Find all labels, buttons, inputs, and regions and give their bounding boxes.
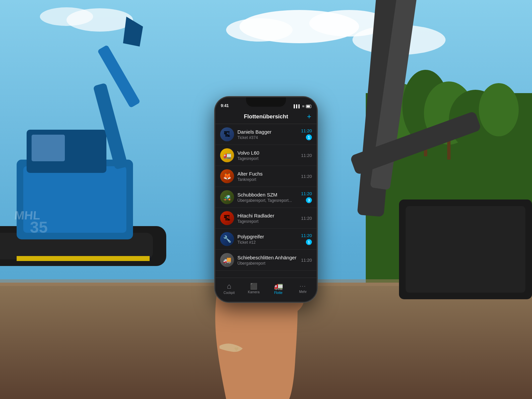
tab-mehr[interactable]: ··· Mehr xyxy=(291,284,315,294)
svg-point-12 xyxy=(479,83,519,136)
fleet-name: Volvo L60 xyxy=(237,150,298,156)
fleet-info: Schubboden SZM Übergabereport, Tagesrepo… xyxy=(237,192,298,203)
fleet-info: Polypgreifer Ticket #12 xyxy=(237,234,298,245)
fleet-report: Übergabereport, Tagesreport... xyxy=(237,198,298,203)
add-button[interactable]: + xyxy=(307,113,311,120)
fleet-avatar: 🔧 xyxy=(220,232,234,246)
fleet-right: 11:20 1 xyxy=(301,233,312,245)
tab-flotte[interactable]: 🚛 Flotte xyxy=(266,283,291,295)
battery-icon xyxy=(306,105,311,108)
fleet-avatar: 🦊 xyxy=(220,169,234,183)
fleet-avatar: 🚛 xyxy=(220,148,234,162)
fleet-report: Ticket #12 xyxy=(237,240,298,245)
svg-point-3 xyxy=(226,18,293,42)
phone-notch xyxy=(246,97,286,107)
svg-rect-23 xyxy=(32,135,65,161)
fleet-time: 11:20 xyxy=(301,128,312,133)
fleet-name: Polypgreifer xyxy=(237,234,298,239)
svg-point-6 xyxy=(40,7,93,26)
tab-icon-flotte: 🚛 xyxy=(274,283,283,290)
phone-screen: 9:41 ▐▐▐ ≋ Flottenübersicht + 🏗 Daniels … xyxy=(215,97,317,302)
app-header: Flottenübersicht + xyxy=(215,109,317,124)
fleet-time: 11:20 xyxy=(301,233,312,238)
fleet-right: 11:20 xyxy=(301,153,312,158)
fleet-report: Ticket #374 xyxy=(237,135,298,140)
fleet-name: Daniels Bagger xyxy=(237,129,298,135)
fleet-avatar: 🚜 xyxy=(220,190,234,204)
fleet-info: Schiebeschlitten Anhänger Übergabereport xyxy=(237,255,298,266)
list-item[interactable]: 🚛 Volvo L60 Tagesreport 11:20 xyxy=(215,145,317,166)
notification-badge: 1 xyxy=(306,239,312,245)
fleet-avatar: 🏗 xyxy=(220,127,234,141)
notification-badge: 1 xyxy=(306,134,312,140)
fleet-report: Tagesreport xyxy=(237,156,298,161)
status-icons: ▐▐▐ ≋ xyxy=(293,104,311,108)
tab-bar: ⌂ Cockpit ⬛ Kamera 🚛 Flotte ··· Mehr xyxy=(215,278,317,302)
fleet-right: 11:20 xyxy=(301,174,312,179)
fleet-report: Tankreport xyxy=(237,177,298,182)
fleet-info: Daniels Bagger Ticket #374 xyxy=(237,129,298,140)
tab-kamera[interactable]: ⬛ Kamera xyxy=(241,283,266,294)
fleet-name: Schiebeschlitten Anhänger xyxy=(237,255,298,260)
list-item[interactable]: 🦊 Alter Fuchs Tankreport 11:20 xyxy=(215,166,317,187)
fleet-name: Hitachi Radlader xyxy=(237,213,298,218)
fleet-time: 11:20 xyxy=(301,174,312,179)
fleet-name: Alter Fuchs xyxy=(237,171,298,177)
fleet-time: 11:20 xyxy=(301,191,312,196)
notification-badge: 3 xyxy=(306,197,312,203)
tab-label-flotte: Flotte xyxy=(274,291,282,295)
list-item[interactable]: 🚜 Schubboden SZM Übergabereport, Tagesre… xyxy=(215,187,317,208)
tab-cockpit[interactable]: ⌂ Cockpit xyxy=(217,283,241,295)
svg-rect-36 xyxy=(406,206,525,293)
tab-label-mehr: Mehr xyxy=(299,290,307,294)
list-item[interactable]: 🏗 Daniels Bagger Ticket #374 11:20 1 xyxy=(215,124,317,145)
phone-device: 9:41 ▐▐▐ ≋ Flottenübersicht + 🏗 Daniels … xyxy=(214,96,318,303)
status-time: 9:41 xyxy=(221,103,229,108)
tab-icon-cockpit: ⌂ xyxy=(227,283,231,290)
app-title: Flottenübersicht xyxy=(244,113,288,120)
fleet-avatar: 🏗 xyxy=(220,211,234,225)
fleet-time: 11:20 xyxy=(301,153,312,158)
fleet-list: 🏗 Daniels Bagger Ticket #374 11:20 1 🚛 V… xyxy=(215,124,317,278)
tab-label-kamera: Kamera xyxy=(248,290,259,294)
fleet-time: 11:20 xyxy=(301,258,312,263)
fleet-info: Volvo L60 Tagesreport xyxy=(237,150,298,161)
fleet-report: Tagesreport xyxy=(237,219,298,224)
fleet-right: 11:20 3 xyxy=(301,191,312,203)
tab-icon-mehr: ··· xyxy=(300,284,306,289)
fleet-info: Hitachi Radlader Tagesreport xyxy=(237,213,298,224)
fleet-report: Übergabereport xyxy=(237,261,298,266)
fleet-time: 11:20 xyxy=(301,216,312,221)
list-item[interactable]: 🔧 Polypgreifer Ticket #12 11:20 1 xyxy=(215,229,317,250)
fleet-name: Schubboden SZM xyxy=(237,192,298,198)
list-item[interactable]: 🚚 Schiebeschlitten Anhänger Übergaberepo… xyxy=(215,250,317,271)
fleet-avatar: 🚚 xyxy=(220,253,234,267)
svg-rect-28 xyxy=(17,256,150,261)
fleet-right: 11:20 1 xyxy=(301,128,312,140)
signal-icon: ▐▐▐ xyxy=(293,104,300,108)
fleet-info: Alter Fuchs Tankreport xyxy=(237,171,298,182)
list-item[interactable]: 🏗 Hitachi Radlader Tagesreport 11:20 xyxy=(215,208,317,229)
tab-label-cockpit: Cockpit xyxy=(223,291,234,295)
fleet-right: 11:20 xyxy=(301,216,312,221)
fleet-right: 11:20 xyxy=(301,258,312,263)
wifi-icon: ≋ xyxy=(302,104,305,108)
tab-icon-kamera: ⬛ xyxy=(250,283,257,289)
svg-text:35: 35 xyxy=(30,218,48,236)
